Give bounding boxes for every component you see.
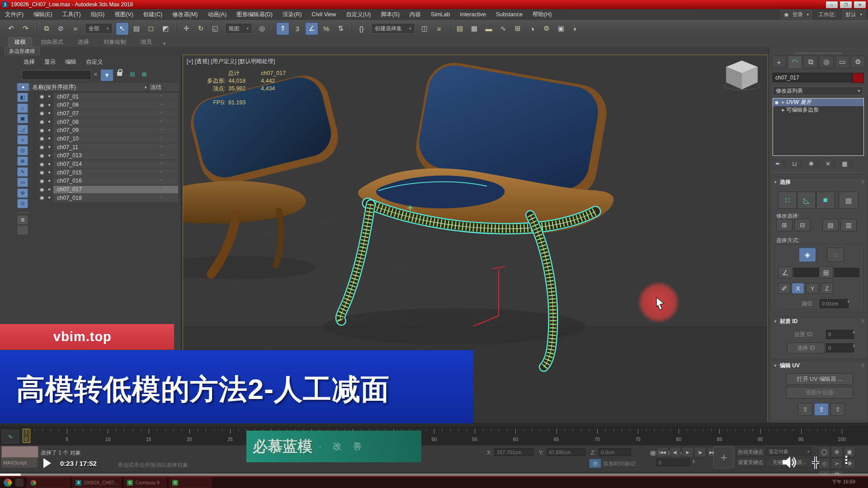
viewport-label[interactable]: [+] [透视] [用户定义] [默认明暗处理] [187,58,275,66]
zoom-button[interactable]: ◯ [818,446,830,457]
unlink-selection-button[interactable]: ⊘ [54,22,67,35]
frozen-dot[interactable]: ● [160,110,162,115]
edge-subobject-button[interactable]: ◺ [797,192,816,209]
login-dropdown[interactable]: ◉ 登录▾ [781,10,812,19]
maxscript-mini-listener[interactable] [1,446,38,458]
ribbon-tab[interactable]: 自由形式 [35,38,69,47]
explorer-menu-item[interactable]: 选择 [24,58,35,66]
window-crossing-toggle-button[interactable]: ◩ [159,22,172,35]
bind-to-space-warp-button[interactable]: ≈ [69,22,82,35]
scene-object-row[interactable]: ◉ ● ch07_018 ● [30,194,181,202]
explorer-menu-item[interactable]: 编辑 [65,58,76,66]
view-cube[interactable] [722,57,761,92]
tweak-in-view-button[interactable]: 视图中扭曲 [786,387,853,399]
visibility-eye-icon[interactable]: ◉ [40,144,44,150]
name-column-header[interactable]: 名称(按升序排序) [33,84,76,91]
object-name[interactable]: ch07_017 [57,186,82,192]
object-name-field[interactable]: ch07_017 [773,73,852,82]
axis-z-button[interactable]: Z [821,283,833,294]
edit-uv-rollout-header[interactable]: ▼ 编辑 UV ⠿ [771,361,867,370]
edge-ring-button[interactable]: ▥ [840,219,857,231]
angle-snap-toggle-button[interactable]: ∠ [305,22,318,35]
select-by-grid-button[interactable]: ⊞ [819,267,833,278]
video-menu-icon[interactable]: ⋮ [841,454,852,466]
command-panel-tab[interactable]: ◎ [819,56,834,68]
scene-object-row[interactable]: ◉ ● ch07_016 ● [30,177,181,186]
expand-tree-icon[interactable]: ⊟ [127,70,137,79]
object-name[interactable]: ch07_08 [57,119,79,125]
ribbon-tab[interactable]: 选择 [72,38,95,47]
close-button[interactable]: ✕ [854,1,866,9]
taskbar-button[interactable] [27,477,70,488]
select-and-rotate-button[interactable]: ↻ [194,22,208,35]
selection-rollout-header[interactable]: ▼ 选择 ⠿ [771,178,867,186]
explorer-menu-item[interactable]: 显示 [44,58,56,66]
object-name[interactable]: ch07_06 [57,102,79,108]
show-all-icon[interactable]: ⊙ [17,199,28,208]
taskbar-button[interactable]: CCamtasia 9 [124,477,166,488]
menu-item[interactable]: 内容 [405,9,426,20]
taskbar-button[interactable]: C [169,477,212,488]
current-frame-field[interactable]: 0 [656,459,690,466]
fullscreen-icon[interactable]: ╬ [812,456,819,469]
search-clear-icon[interactable]: ✕ [93,71,98,78]
frozen-dot[interactable]: ● [160,195,162,199]
schematic-view-button[interactable]: ⊞ [511,22,524,35]
configure-modifier-sets-button[interactable]: ▦ [839,159,851,169]
render-setup-button[interactable]: ⚙ [540,22,553,35]
object-name[interactable]: ch07_014 [57,161,82,167]
video-play-button[interactable] [43,458,51,468]
scene-object-row[interactable]: ◉ ● ch07_01 ● [30,93,181,101]
object-name[interactable]: ch07_016 [57,178,82,184]
select-id-field[interactable]: 0 [826,343,854,352]
previous-frame-button[interactable]: ◀| [669,447,681,457]
expand-arrow-icon[interactable]: ▶ [780,100,786,104]
named-selection-sets-dropdown[interactable]: 创建选择集▾ [371,23,415,34]
menu-item[interactable]: 视图(V) [109,9,138,20]
frozen-dot[interactable]: ● [160,94,162,98]
object-name[interactable]: ch07_015 [57,169,82,176]
taskbar-button[interactable]: 3190826_CH07... [72,477,121,488]
menu-item[interactable]: Interactive [455,9,491,20]
quick-planar-map-button[interactable]: ⇧ [798,403,812,416]
object-name[interactable]: ch07_09 [57,127,79,133]
z-coordinate-field[interactable]: 0.0cm [599,448,631,456]
go-to-start-button[interactable]: |◀◀ [656,447,668,457]
paint-select-button[interactable]: ✐ [778,283,791,294]
filter-xrefs-icon[interactable]: ⊕ [17,156,28,166]
grow-selection-button[interactable]: ⊞ [776,219,793,231]
set-id-field[interactable]: 0 [826,330,854,339]
remove-modifier-button[interactable]: ✕ [822,159,835,169]
filter-space-warps-icon[interactable]: ≈ [17,135,28,145]
menu-item[interactable]: 工具(T) [57,9,86,20]
visibility-eye-icon[interactable]: ◉ [40,102,44,108]
taskbar-app-icon[interactable] [15,479,24,487]
align-button[interactable]: ≡ [433,22,446,35]
filter-cameras-icon[interactable]: ▣ [17,114,28,123]
ribbon-tab[interactable]: 对象绘制 [98,38,132,47]
filter-helpers-icon[interactable]: ◿ [17,125,28,134]
frozen-dot[interactable]: ● [160,102,162,107]
track-bar[interactable]: ∿ 05101520253035404550556065707580859095… [0,427,868,446]
scene-object-row[interactable]: ◉ ● ch07_017 ● [30,186,181,194]
object-name[interactable]: ch07_013 [57,152,82,159]
auto-key-button[interactable]: 自动关键点 [736,447,765,457]
modifier-stack-item[interactable]: ◉ ▶ UVW 展开 [773,99,863,106]
set-keys-button[interactable]: + [713,446,734,468]
select-by-element-button[interactable]: ∷ [827,248,844,262]
modifier-eye-icon[interactable]: ◉ [773,100,780,105]
command-panel-tab[interactable]: ◠ [788,56,802,68]
grid-size-field[interactable] [834,268,859,277]
render-production-button[interactable]: ◐ [569,22,582,35]
use-pivot-point-center-button[interactable]: ◎ [255,22,269,35]
menu-item[interactable]: 帮助(H) [528,9,557,20]
ribbon-tab[interactable]: 填充 [135,38,158,47]
filter-bones-icon[interactable]: ✎ [17,167,28,177]
modifier-list-dropdown[interactable]: 修改器列表▾ [773,86,863,95]
selection-filter-dropdown[interactable]: 全部▾ [85,23,113,34]
vertex-subobject-button[interactable]: ∷ [778,192,797,209]
scene-object-row[interactable]: ◉ ● ch07_09 ● [30,127,181,135]
taskbar-clock[interactable]: 下午 16:59 [831,479,855,485]
menu-item[interactable]: 图形编辑器(D) [231,9,278,20]
select-object-button[interactable]: ↖ [116,22,129,35]
